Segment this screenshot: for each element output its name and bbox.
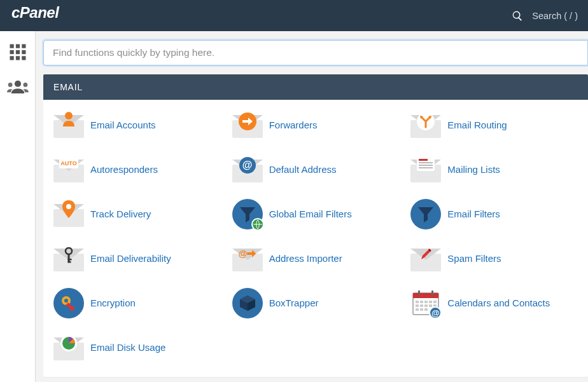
brand-logo[interactable]: cPanel — [11, 5, 81, 26]
feature-track-delivery[interactable]: Track Delivery — [51, 195, 223, 233]
feature-label: Spam Filters — [447, 253, 501, 264]
svg-rect-32 — [424, 301, 428, 303]
svg-point-16 — [66, 204, 71, 209]
svg-rect-30 — [416, 301, 419, 303]
arrow-envelope-icon — [232, 110, 263, 140]
svg-rect-34 — [433, 301, 437, 303]
feature-label: Email Filters — [447, 208, 500, 220]
panel-email-header[interactable]: EMAIL — [43, 74, 588, 100]
import-envelope-icon: @ — [232, 243, 263, 274]
svg-rect-27 — [413, 293, 438, 298]
feature-email-disk-usage[interactable]: Email Disk Usage — [51, 329, 223, 367]
svg-rect-3 — [22, 44, 25, 48]
panel-email: EMAIL Email Accounts — [43, 74, 588, 377]
sidebar-home-grid[interactable] — [7, 41, 29, 63]
feature-label: Email Accounts — [90, 119, 156, 131]
svg-rect-4 — [10, 50, 13, 54]
svg-rect-19 — [68, 254, 70, 263]
svg-point-13 — [65, 112, 73, 119]
svg-point-12 — [23, 83, 27, 87]
main-content: EMAIL Email Accounts — [36, 31, 588, 382]
svg-rect-1 — [10, 44, 13, 48]
feature-label: Email Deliverability — [90, 253, 171, 264]
routing-envelope-icon — [410, 110, 441, 140]
key-envelope-icon — [53, 243, 84, 274]
panel-email-body: Email Accounts Forwarders — [43, 100, 588, 377]
svg-rect-37 — [424, 304, 428, 307]
auto-envelope-icon: AUTO — [53, 154, 84, 185]
feature-spam-filters[interactable]: Spam Filters — [408, 240, 580, 278]
svg-point-18 — [66, 248, 72, 254]
svg-rect-28 — [418, 290, 420, 296]
feature-boxtrapper[interactable]: BoxTrapper — [230, 284, 402, 322]
svg-rect-42 — [424, 308, 428, 311]
pie-envelope-icon — [53, 332, 84, 363]
feature-email-routing[interactable]: Email Routing — [408, 106, 580, 144]
header-search-hint[interactable]: Search ( / ) — [532, 11, 578, 21]
svg-rect-2 — [15, 44, 19, 48]
svg-rect-41 — [420, 308, 423, 311]
svg-point-11 — [8, 83, 12, 87]
list-envelope-icon — [410, 154, 441, 185]
feature-mailing-lists[interactable]: Mailing Lists — [408, 151, 580, 189]
feature-label: Global Email Filters — [269, 208, 352, 220]
feature-label: Forwarders — [269, 119, 318, 131]
svg-point-23 — [64, 299, 68, 303]
feature-label: Email Disk Usage — [90, 342, 165, 353]
feature-address-importer[interactable]: @ Address Importer — [230, 240, 402, 278]
at-envelope-icon: @ — [232, 154, 263, 185]
topbar-right: Search ( / ) — [512, 10, 578, 22]
sidebar — [0, 31, 36, 382]
feature-forwarders[interactable]: Forwarders — [230, 106, 402, 144]
topbar: cPanel Search ( / ) — [0, 0, 588, 31]
feature-label: Calendars and Contacts — [447, 297, 550, 309]
svg-rect-5 — [15, 50, 19, 54]
feature-label: Default Address — [269, 164, 337, 175]
svg-rect-31 — [420, 301, 423, 303]
funnel-icon — [410, 199, 441, 229]
svg-rect-36 — [420, 304, 423, 307]
feature-email-accounts[interactable]: Email Accounts — [51, 106, 223, 144]
svg-rect-8 — [15, 56, 19, 60]
encryption-icon — [53, 288, 84, 318]
feature-calendars-contacts[interactable]: @ Calendars and Contacts — [408, 284, 580, 322]
svg-rect-6 — [22, 50, 25, 54]
svg-text:cPanel: cPanel — [11, 5, 60, 21]
feature-default-address[interactable]: @ Default Address — [230, 151, 402, 189]
feature-encryption[interactable]: Encryption — [51, 284, 223, 322]
pin-envelope-icon — [53, 199, 84, 229]
feature-label: BoxTrapper — [269, 297, 319, 309]
search-icon[interactable] — [512, 10, 523, 22]
sidebar-user-manager[interactable] — [7, 76, 29, 97]
function-search-input[interactable] — [43, 40, 588, 65]
feature-label: Email Routing — [447, 119, 507, 131]
svg-rect-9 — [22, 56, 25, 60]
svg-rect-40 — [416, 308, 419, 311]
svg-rect-29 — [431, 290, 433, 296]
feature-label: Track Delivery — [90, 208, 151, 220]
pencil-envelope-icon — [410, 243, 441, 274]
svg-rect-35 — [416, 304, 419, 307]
svg-rect-33 — [429, 301, 432, 303]
feature-label: Address Importer — [269, 253, 342, 264]
svg-rect-7 — [10, 56, 13, 60]
feature-label: Autoresponders — [90, 164, 158, 175]
person-envelope-icon — [53, 110, 84, 140]
svg-point-10 — [14, 81, 20, 87]
feature-autoresponders[interactable]: AUTO Autoresponders — [51, 151, 223, 189]
feature-email-filters[interactable]: Email Filters — [408, 195, 580, 233]
feature-label: Mailing Lists — [447, 164, 500, 175]
feature-global-email-filters[interactable]: Global Email Filters — [230, 195, 402, 233]
boxtrapper-icon — [232, 288, 263, 318]
svg-rect-20 — [68, 259, 72, 261]
funnel-globe-icon — [232, 199, 263, 229]
calendar-at-icon: @ — [410, 288, 441, 318]
svg-rect-21 — [68, 261, 71, 263]
feature-email-deliverability[interactable]: Email Deliverability — [51, 240, 223, 278]
feature-label: Encryption — [90, 297, 136, 309]
